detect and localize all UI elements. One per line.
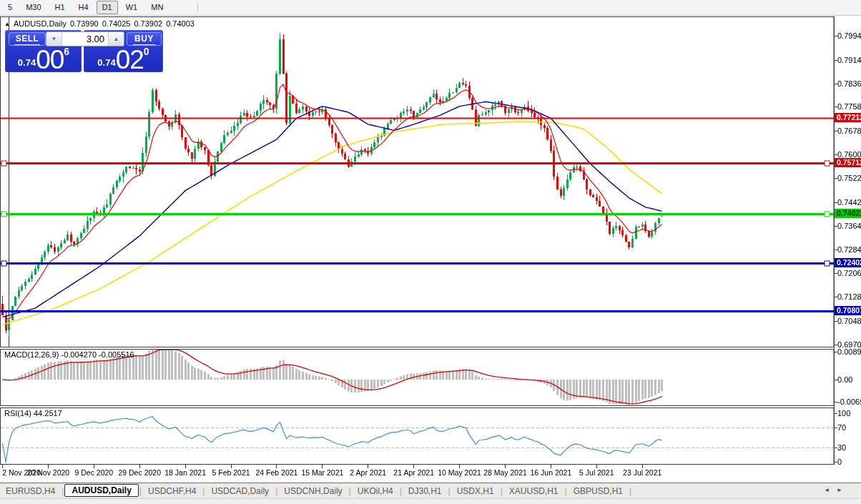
sell-price-big: 00 (36, 48, 64, 71)
price-axis-label: 0.78360 (837, 79, 861, 88)
sell-price-pip: 6 (64, 46, 69, 57)
tab-separator: | (501, 486, 503, 496)
tab-separator: | (400, 486, 402, 496)
timeframe-toolbar: 5M30H1H4D1W1MN (0, 0, 861, 16)
timeframe-button-m30[interactable]: M30 (20, 1, 46, 14)
macd-name: MACD(12,26,9) (4, 350, 59, 359)
chart-tab-eurusd-h4[interactable]: EURUSD,H4 (0, 485, 61, 498)
one-click-trading-panel: SELL ▼ ▲ BUY 0.74 00 6 0.74 02 0 (5, 30, 163, 72)
price-line-badge: 0.75712 (835, 158, 861, 167)
chart-tab-audusd-daily[interactable]: AUDUSD,Daily (64, 484, 138, 497)
date-axis-label[interactable]: 5 Feb 2021 (212, 468, 250, 477)
collapse-triangle-icon[interactable]: ▲ (4, 21, 10, 27)
date-axis-label[interactable]: 18 Jan 2021 (164, 468, 206, 477)
macd-axis-label: 0.00890 (837, 347, 861, 356)
toolbar-separator (197, 2, 198, 13)
macd-label: MACD(12,26,9) -0.004270 -0.005516 (4, 350, 134, 359)
tab-separator: | (202, 486, 205, 496)
status-bar (0, 498, 861, 504)
rsi-label: RSI(14) 44.2517 (4, 409, 62, 417)
ohlc-low: 0.73902 (134, 19, 162, 28)
chart-tab-bar: EURUSD,H4|AUDUSD,Daily|USDCHF,H4|USDCAD,… (0, 483, 861, 498)
chart-tab-dj30-h1[interactable]: DJ30,H1 (403, 485, 448, 498)
sell-button-label: SELL (14, 34, 41, 45)
chart-tab-gbpusd-h1[interactable]: GBPUSD,H1 (568, 485, 629, 498)
chart-tab-usdcad-daily[interactable]: USDCAD,Daily (205, 485, 275, 498)
rsi-axis-label: 0 (837, 458, 842, 466)
tab-separator: | (139, 486, 142, 496)
price-axis-label: 0.79940 (837, 31, 861, 40)
symbol-period-label: AUDUSD,Daily (14, 19, 67, 28)
buy-price[interactable]: 0.74 02 0 (86, 45, 161, 71)
price-axis-label: 0.79140 (837, 56, 861, 64)
price-axis-label: 0.77580 (837, 102, 861, 111)
volume-increase-button[interactable]: ▲ (108, 32, 124, 46)
sell-price-prefix: 0.74 (18, 57, 36, 68)
date-axis-label[interactable]: 29 Dec 2020 (118, 468, 161, 477)
price-axis-label: 0.76780 (837, 127, 861, 135)
buy-price-prefix: 0.74 (97, 57, 115, 68)
tab-scroll-left-icon[interactable]: ◄ (824, 487, 830, 493)
date-axis-label[interactable]: 20 Nov 2020 (27, 468, 70, 477)
sell-button[interactable]: SELL (9, 32, 46, 46)
chart-tab-usdx-h1[interactable]: USDX,H1 (451, 485, 500, 498)
chart-symbol-header: ▲ AUDUSD,Daily 0.73990 0.74025 0.73902 0… (4, 19, 195, 28)
price-axis-label: 0.75220 (837, 174, 861, 182)
chart-canvas[interactable] (0, 0, 861, 504)
sell-price[interactable]: 0.74 00 6 (8, 45, 79, 71)
date-axis-label[interactable]: 15 Mar 2021 (301, 468, 343, 477)
tab-scroll-right-icon[interactable]: ► (837, 487, 842, 493)
date-axis-label[interactable]: 9 Dec 2020 (74, 468, 113, 477)
volume-control: ▼ ▲ (46, 31, 124, 46)
ohlc-close: 0.74003 (166, 19, 195, 28)
tab-separator: | (62, 486, 64, 496)
ohlc-open: 0.73990 (70, 19, 99, 28)
chart-tab-usdchf-h4[interactable]: USDCHF,H4 (142, 485, 202, 498)
date-axis-label[interactable]: 24 Feb 2021 (255, 468, 297, 477)
rsi-axis-label: 30 (837, 443, 846, 452)
price-axis-label: 0.70480 (837, 317, 861, 325)
macd-axis-label: -0.00697 (837, 397, 861, 406)
date-axis-label[interactable]: 2 Apr 2021 (350, 468, 386, 477)
macd-values: -0.004270 -0.005516 (61, 350, 134, 359)
rsi-value: 44.2517 (34, 409, 62, 417)
date-axis-label[interactable]: 23 Jul 2021 (623, 468, 661, 477)
timeframe-button-h1[interactable]: H1 (49, 1, 71, 14)
trading-terminal: 5M30H1H4D1W1MN ▲ AUDUSD,Daily 0.73990 0.… (0, 0, 861, 504)
tab-scroll-arrows: ◄ ► (824, 487, 842, 493)
volume-input[interactable] (62, 32, 108, 46)
price-line-badge: 0.74022 (835, 209, 861, 218)
buy-price-big: 02 (116, 48, 144, 71)
volume-decrease-button[interactable]: ▼ (46, 32, 62, 46)
timeframe-button-mn[interactable]: MN (145, 1, 169, 14)
timeframe-button-5[interactable]: 5 (2, 1, 18, 14)
date-axis-label[interactable]: 21 Apr 2021 (393, 468, 434, 477)
macd-axis-label: 0.00 (837, 375, 852, 384)
chart-tab-ukoil-h4[interactable]: UKOil,H4 (352, 485, 399, 498)
price-line-badge: 0.72402 (835, 258, 861, 267)
date-axis-label[interactable]: 16 Jun 2021 (531, 468, 572, 477)
buy-button[interactable]: BUY (127, 32, 162, 46)
date-axis-label[interactable]: 10 May 2021 (438, 468, 481, 477)
tab-separator: | (629, 486, 631, 496)
price-line-badge: 0.77212 (835, 113, 861, 122)
ohlc-high: 0.74025 (102, 19, 131, 28)
tab-separator: | (565, 486, 567, 496)
chart-tab-xauusd-h1[interactable]: XAUUSD,H1 (503, 485, 564, 498)
price-axis-label: 0.71280 (837, 292, 861, 301)
timeframe-button-h4[interactable]: H4 (73, 1, 94, 14)
timeframe-button-w1[interactable]: W1 (120, 1, 144, 14)
price-line-badge: 0.70807 (835, 306, 861, 315)
rsi-name: RSI(14) (4, 409, 31, 417)
timeframe-button-d1[interactable]: D1 (97, 1, 118, 14)
price-axis-label: 0.72840 (837, 245, 861, 254)
chart-tab-usdcnh-daily[interactable]: USDCNH,Daily (278, 485, 348, 498)
tab-separator: | (448, 486, 451, 496)
rsi-axis-label: 70 (837, 423, 846, 432)
price-axis-label: 0.73640 (837, 222, 861, 230)
date-axis-label[interactable]: 5 Jul 2021 (579, 468, 614, 477)
rsi-axis-label: 100 (837, 409, 850, 417)
tab-separator: | (275, 486, 277, 496)
tab-separator: | (349, 486, 351, 496)
date-axis-label[interactable]: 28 May 2021 (483, 468, 527, 477)
